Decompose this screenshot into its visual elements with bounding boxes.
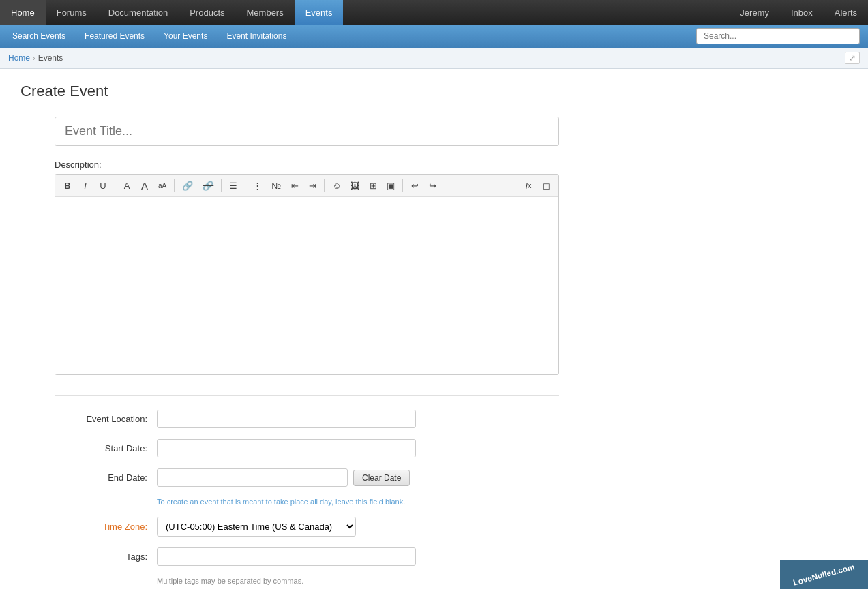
breadcrumb-expand-button[interactable]: ⤢ <box>845 52 860 64</box>
sub-navigation: Search Events Featured Events Your Event… <box>0 25 868 48</box>
toolbar-sep-6 <box>402 179 403 192</box>
start-date-label: Start Date: <box>20 443 157 453</box>
top-nav-right: Jeremy Inbox Alerts <box>729 0 868 25</box>
toolbar-sep-5 <box>324 179 325 192</box>
breadcrumb: Home › Events <box>8 53 63 63</box>
top-navigation: Home Forums Documentation Products Membe… <box>0 0 868 25</box>
end-date-wrap: Clear Date <box>157 468 566 487</box>
toolbar-table[interactable]: ⊞ <box>365 177 381 194</box>
timezone-row: Time Zone: (UTC-05:00) Eastern Time (US … <box>20 517 566 537</box>
page-title: Create Event <box>20 82 848 100</box>
event-title-input[interactable] <box>55 117 559 146</box>
description-editor[interactable]: B I U A A aA 🔗 🔗 ☰ ⋮ № ⇤ ⇥ ☺ 🖼 ⊞ <box>55 174 559 375</box>
tags-hint: Multiple tags may be separated by commas… <box>157 577 566 585</box>
event-location-row: Event Location: <box>20 410 566 428</box>
nav-inbox[interactable]: Inbox <box>780 7 824 18</box>
toolbar-clear-format[interactable]: Ix <box>520 177 537 194</box>
start-date-input[interactable] <box>157 439 416 457</box>
breadcrumb-events: Events <box>38 53 63 63</box>
timezone-label: Time Zone: <box>20 522 157 532</box>
toolbar-link[interactable]: 🔗 <box>178 177 197 194</box>
toolbar-emoji[interactable]: ☺ <box>328 177 345 194</box>
breadcrumb-home[interactable]: Home <box>8 53 30 63</box>
toolbar-image[interactable]: 🖼 <box>346 177 363 194</box>
timezone-select[interactable]: (UTC-05:00) Eastern Time (US & Canada) (… <box>157 517 356 537</box>
toolbar-align[interactable]: ☰ <box>225 177 241 194</box>
breadcrumb-sep-1: › <box>33 54 35 62</box>
toolbar-sep-4 <box>245 179 245 192</box>
end-date-input[interactable] <box>157 468 348 487</box>
toolbar-media[interactable]: ▣ <box>383 177 399 194</box>
toolbar-underline[interactable]: U <box>95 177 111 194</box>
toolbar-indent-decrease[interactable]: ⇤ <box>286 177 303 194</box>
description-label: Description: <box>55 160 566 170</box>
nav-jeremy[interactable]: Jeremy <box>729 7 780 18</box>
toolbar-font-color[interactable]: A <box>119 177 135 194</box>
nav-documentation[interactable]: Documentation <box>98 0 179 25</box>
toolbar-source[interactable]: ◻ <box>538 177 554 194</box>
editor-body[interactable] <box>55 197 558 374</box>
nav-members[interactable]: Members <box>236 0 295 25</box>
toolbar-bold[interactable]: B <box>59 177 76 194</box>
watermark: LoveNulled.com <box>780 560 868 589</box>
subnav-event-invitations[interactable]: Event Invitations <box>217 25 296 48</box>
toolbar-sep-1 <box>115 179 115 192</box>
create-event-form: Description: B I U A A aA 🔗 🔗 ☰ ⋮ № ⇤ ⇥ <box>20 117 566 589</box>
subnav-featured-events[interactable]: Featured Events <box>75 25 154 48</box>
toolbar-numbered-list[interactable]: № <box>267 177 285 194</box>
toolbar-unlink[interactable]: 🔗 <box>198 177 218 194</box>
search-wrap <box>696 28 860 44</box>
end-date-hint: To create an event that is meant to take… <box>157 498 566 506</box>
clear-date-button[interactable]: Clear Date <box>353 470 410 486</box>
toolbar-italic[interactable]: I <box>77 177 93 194</box>
subnav-search-events[interactable]: Search Events <box>3 25 75 48</box>
toolbar-sep-3 <box>221 179 222 192</box>
nav-products[interactable]: Products <box>179 0 235 25</box>
end-date-row: End Date: Clear Date <box>20 468 566 487</box>
toolbar-redo[interactable]: ↪ <box>424 177 440 194</box>
editor-toolbar: B I U A A aA 🔗 🔗 ☰ ⋮ № ⇤ ⇥ ☺ 🖼 ⊞ <box>55 175 558 197</box>
subnav-your-events[interactable]: Your Events <box>154 25 217 48</box>
start-date-row: Start Date: <box>20 439 566 457</box>
toolbar-font-size-small[interactable]: aA <box>154 177 170 194</box>
toolbar-font-size-large[interactable]: A <box>136 177 153 194</box>
form-divider-1 <box>55 395 559 396</box>
event-location-input[interactable] <box>157 410 416 428</box>
nav-events[interactable]: Events <box>295 0 344 25</box>
end-date-label: End Date: <box>20 472 157 483</box>
toolbar-sep-2 <box>174 179 175 192</box>
main-content: Create Event Description: B I U A A aA 🔗… <box>0 69 868 589</box>
tags-label: Tags: <box>20 552 157 562</box>
toolbar-bullet-list[interactable]: ⋮ <box>249 177 266 194</box>
event-location-label: Event Location: <box>20 414 157 424</box>
tags-input[interactable] <box>157 547 416 566</box>
toolbar-undo[interactable]: ↩ <box>406 177 423 194</box>
nav-forums[interactable]: Forums <box>46 0 98 25</box>
nav-home[interactable]: Home <box>0 0 46 25</box>
toolbar-indent-increase[interactable]: ⇥ <box>304 177 320 194</box>
breadcrumb-bar: Home › Events ⤢ <box>0 48 868 69</box>
nav-alerts[interactable]: Alerts <box>824 7 868 18</box>
tags-row: Tags: <box>20 547 566 566</box>
search-input[interactable] <box>696 28 860 44</box>
